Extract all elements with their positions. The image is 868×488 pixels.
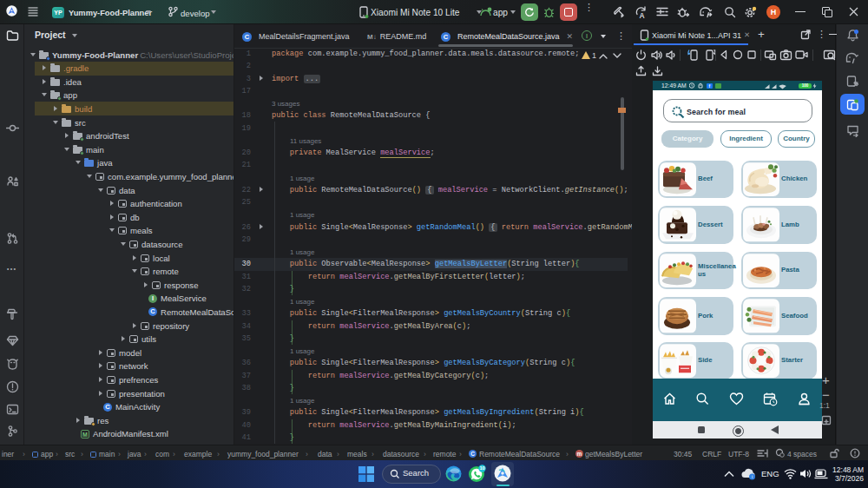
svg-text:i: i <box>752 474 753 479</box>
svg-text:10: 10 <box>479 465 484 471</box>
svg-text:A: A <box>640 11 645 20</box>
